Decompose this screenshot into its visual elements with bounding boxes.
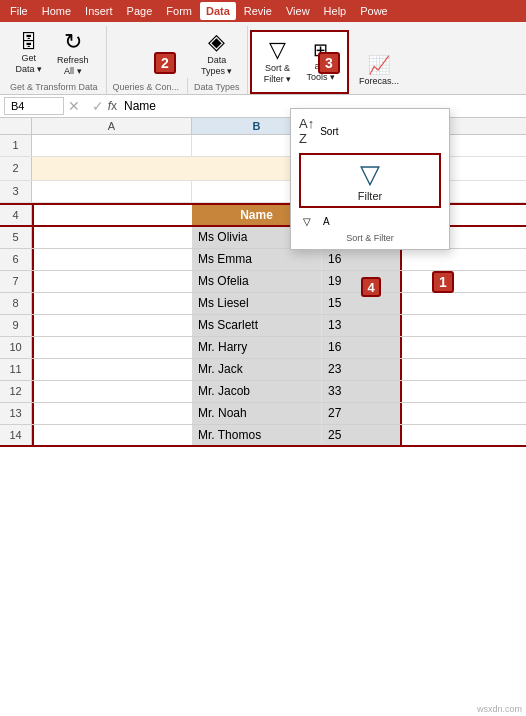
cell-b8[interactable]: Ms Liesel	[192, 293, 322, 314]
dropdown-filter-btn2[interactable]: ▽	[299, 214, 315, 229]
cell-b9[interactable]: Ms Scarlett	[192, 315, 322, 336]
badge-1: 1	[432, 271, 454, 293]
ribbon: 🗄 GetData ▾ ↻ RefreshAll ▾ Get & Transfo…	[0, 22, 526, 95]
forecast-button[interactable]: 📈 Forecas...	[355, 51, 403, 90]
row-num-14: 14	[0, 425, 32, 445]
sort-filter-dropdown: A↑Z Sort ▽ Filter 4 ▽ A Sort & Filter	[290, 108, 450, 250]
watermark: wsxdn.com	[477, 704, 522, 714]
refresh-all-button[interactable]: ↻ RefreshAll ▾	[49, 28, 97, 80]
dropdown-extra-icon[interactable]: A	[319, 214, 334, 229]
cell-b10[interactable]: Mr. Harry	[192, 337, 322, 358]
menu-data[interactable]: Data	[200, 2, 236, 20]
data-types-label: DataTypes ▾	[201, 55, 233, 77]
menu-help[interactable]: Help	[318, 2, 353, 20]
row-num-1: 1	[0, 135, 32, 156]
row-num-11: 11	[0, 359, 32, 380]
menu-home[interactable]: Home	[36, 2, 77, 20]
menu-file[interactable]: File	[4, 2, 34, 20]
table-row: 11 Mr. Jack 23	[0, 359, 526, 381]
col-header-row-num	[0, 118, 32, 134]
row-num-6: 6	[0, 249, 32, 270]
cell-c14[interactable]: 25	[322, 425, 402, 445]
cell-border-left	[32, 205, 192, 225]
menu-form[interactable]: Form	[160, 2, 198, 20]
row-num-13: 13	[0, 403, 32, 424]
dropdown-extra-buttons: ▽ A	[291, 212, 449, 231]
formula-divider: ✕ ✓	[68, 98, 104, 114]
sort-az-icon: A↑Z	[299, 116, 314, 146]
cell-reference-input[interactable]	[4, 97, 64, 115]
forecast-label: Forecas...	[359, 76, 399, 87]
filter-label-dropdown: Filter	[358, 190, 382, 202]
col-header-a[interactable]: A	[32, 118, 192, 134]
filter-button-dropdown[interactable]: ▽ Filter 4	[299, 153, 441, 208]
cell-b14[interactable]: Mr. Thomos	[192, 425, 322, 445]
sort-filter-label: Sort &Filter ▾	[264, 63, 292, 85]
row-num-5: 5	[0, 227, 32, 248]
menu-page[interactable]: Page	[121, 2, 159, 20]
cell-c9[interactable]: 13	[322, 315, 402, 336]
row-num-12: 12	[0, 381, 32, 402]
cell-c12[interactable]: 33	[322, 381, 402, 402]
ribbon-group-forecast: 📈 Forecas...	[351, 49, 411, 94]
menu-view[interactable]: View	[280, 2, 316, 20]
refresh-icon: ↻	[64, 31, 82, 53]
sort-az-label: Sort	[320, 126, 338, 137]
menu-bar: File Home Insert Page Form Data Revie Vi…	[0, 0, 526, 22]
filter-icon-large: ▽	[360, 159, 380, 190]
get-data-label: GetData ▾	[16, 53, 43, 75]
data-types-icon: ◈	[208, 31, 225, 53]
menu-power[interactable]: Powe	[354, 2, 394, 20]
row-num-4: 4	[0, 205, 32, 225]
cell-a3[interactable]	[32, 181, 192, 202]
cell-b7[interactable]: Ms Ofelia	[192, 271, 322, 292]
get-transform-label: Get & Transform Data	[10, 82, 98, 92]
cell-c11[interactable]: 23	[322, 359, 402, 380]
row-num-2: 2	[0, 157, 32, 180]
table-row: 10 Mr. Harry 16	[0, 337, 526, 359]
row-num-7: 7	[0, 271, 32, 292]
get-data-button[interactable]: 🗄 GetData ▾	[11, 30, 47, 78]
cell-c10[interactable]: 16	[322, 337, 402, 358]
cell-c13[interactable]: 27	[322, 403, 402, 424]
forecast-icon: 📈	[368, 54, 390, 76]
table-row: 14 Mr. Thomos 25	[0, 425, 526, 447]
cell-title	[32, 157, 322, 180]
menu-review[interactable]: Revie	[238, 2, 278, 20]
cell-a1[interactable]	[32, 135, 192, 156]
ribbon-group-data-types: ◈ DataTypes ▾ Data Types	[190, 26, 248, 94]
badge-4: 4	[361, 277, 381, 297]
cell-b6[interactable]: Ms Emma	[192, 249, 322, 270]
table-row: 6 Ms Emma 16	[0, 249, 526, 271]
badge-2: 2	[154, 52, 176, 74]
row-num-9: 9	[0, 315, 32, 336]
data-types-group-label: Data Types	[194, 82, 239, 92]
cell-b11[interactable]: Mr. Jack	[192, 359, 322, 380]
row-num-3: 3	[0, 181, 32, 202]
data-types-button[interactable]: ◈ DataTypes ▾	[197, 28, 237, 80]
queries-label: Queries & Con...	[113, 82, 180, 92]
refresh-all-label: RefreshAll ▾	[57, 55, 89, 77]
sort-filter-icon: ▽	[269, 37, 286, 63]
badge-3: 3	[318, 52, 340, 74]
row-num-8: 8	[0, 293, 32, 314]
table-row: 12 Mr. Jacob 33	[0, 381, 526, 403]
row-num-10: 10	[0, 337, 32, 358]
table-row: 13 Mr. Noah 27	[0, 403, 526, 425]
menu-insert[interactable]: Insert	[79, 2, 119, 20]
cell-c6[interactable]: 16	[322, 249, 402, 270]
ribbon-group-get-transform: 🗄 GetData ▾ ↻ RefreshAll ▾ Get & Transfo…	[6, 26, 107, 94]
dropdown-sort-az[interactable]: A↑Z Sort	[291, 113, 449, 149]
cell-b13[interactable]: Mr. Noah	[192, 403, 322, 424]
sort-filter-group-label2: Sort & Filter	[291, 231, 449, 245]
sort-filter-button[interactable]: ▽ Sort &Filter ▾	[256, 34, 298, 88]
get-data-icon: 🗄	[20, 33, 38, 51]
table-row: 9 Ms Scarlett 13	[0, 315, 526, 337]
cell-b12[interactable]: Mr. Jacob	[192, 381, 322, 402]
fx-label: fx	[108, 99, 117, 113]
table-row: 8 Ms Liesel 15	[0, 293, 526, 315]
ribbon-group-queries: Queries & Con...	[109, 78, 189, 94]
